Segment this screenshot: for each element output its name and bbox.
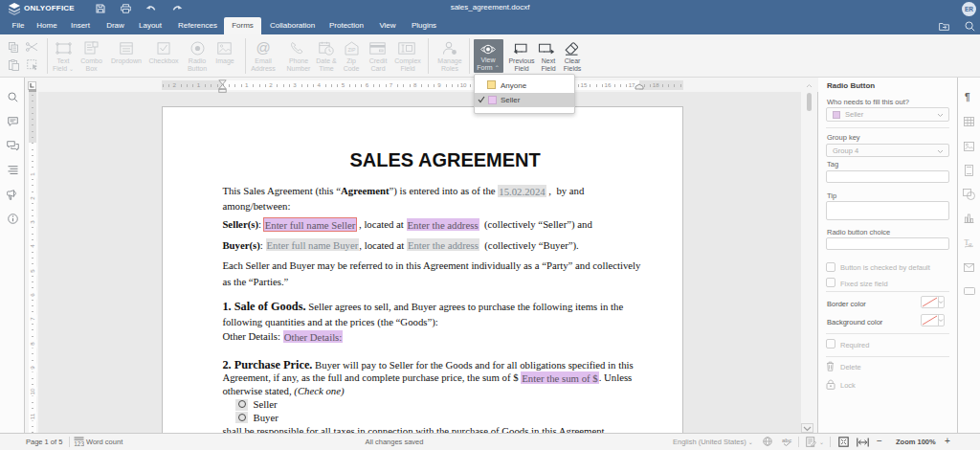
svg-text:abc: abc (782, 438, 792, 443)
svg-text:123: 123 (74, 440, 84, 447)
svg-text:ZIP: ZIP (347, 47, 356, 53)
